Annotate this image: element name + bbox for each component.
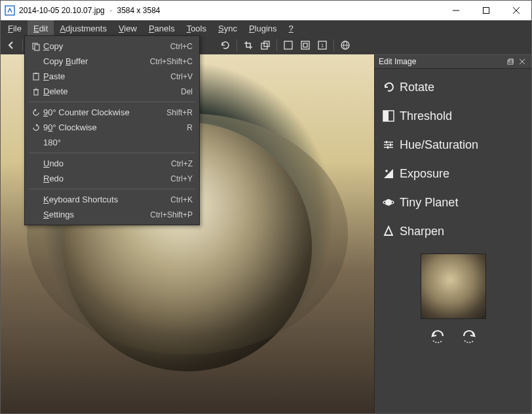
revert-icon[interactable] bbox=[218, 37, 233, 53]
menu-rotate-ccw[interactable]: 90° Counter Clockwise Shift+R bbox=[25, 105, 199, 120]
crop-icon[interactable] bbox=[240, 37, 256, 53]
app-window: 2014-10-05 20.10.07.jpg - 3584 x 3584 Fi… bbox=[0, 0, 532, 414]
menu-help[interactable]: ? bbox=[283, 20, 299, 36]
svg-rect-16 bbox=[35, 45, 39, 50]
svg-rect-9 bbox=[303, 43, 307, 47]
rotate-cw-icon bbox=[29, 123, 43, 132]
window-buttons bbox=[441, 1, 531, 20]
menu-delete[interactable]: Delete Del bbox=[25, 84, 199, 99]
menu-panels[interactable]: Panels bbox=[143, 20, 181, 36]
svg-rect-6 bbox=[264, 41, 269, 47]
title-dimensions: 3584 x 3584 bbox=[117, 6, 160, 15]
title-filename: 2014-10-05 20.10.07.jpg bbox=[19, 6, 105, 15]
titlebar: 2014-10-05 20.10.07.jpg - 3584 x 3584 bbox=[1, 1, 531, 20]
menubar: File Edit Adjustments View Panels Tools … bbox=[1, 20, 531, 36]
menu-copy-buffer[interactable]: Copy Buffer Ctrl+Shift+C bbox=[25, 54, 199, 69]
panel-header: Edit Image bbox=[375, 54, 531, 69]
sharpen-icon bbox=[383, 225, 400, 237]
svg-rect-19 bbox=[34, 90, 38, 95]
panel-undock-icon[interactable] bbox=[505, 56, 516, 67]
sliders-icon bbox=[383, 139, 400, 151]
edit-threshold-label: Threshold bbox=[400, 109, 452, 123]
window-title: 2014-10-05 20.10.07.jpg - 3584 x 3584 bbox=[19, 6, 441, 15]
toolbar-sep bbox=[22, 39, 23, 51]
edit-menu-dropdown: Copy Ctrl+C Copy Buffer Ctrl+Shift+C Pas… bbox=[24, 35, 200, 225]
edit-sharpen-label: Sharpen bbox=[400, 225, 444, 238]
edit-sharpen[interactable]: Sharpen bbox=[375, 217, 531, 246]
edit-rotate[interactable]: Rotate bbox=[375, 73, 531, 102]
menu-sync[interactable]: Sync bbox=[212, 20, 243, 36]
edit-exposure-label: Exposure bbox=[400, 167, 449, 181]
app-icon bbox=[5, 5, 15, 16]
svg-text:1: 1 bbox=[321, 43, 324, 48]
rotate-ccw-icon bbox=[29, 108, 43, 117]
rotate-right-button[interactable] bbox=[459, 328, 479, 345]
actual-icon[interactable]: 1 bbox=[314, 37, 330, 53]
svg-point-36 bbox=[385, 199, 392, 206]
edit-tinyplanet-label: Tiny Planet bbox=[400, 196, 458, 210]
svg-rect-17 bbox=[33, 73, 39, 80]
fill-icon[interactable] bbox=[297, 37, 313, 53]
menu-tools[interactable]: Tools bbox=[181, 20, 212, 36]
toolbar-sep bbox=[333, 39, 334, 51]
trash-icon bbox=[29, 87, 43, 96]
menu-copy[interactable]: Copy Ctrl+C bbox=[25, 39, 199, 54]
menu-plugins[interactable]: Plugins bbox=[243, 20, 283, 36]
menu-settings[interactable]: Settings Ctrl+Shift+P bbox=[25, 207, 199, 222]
toolbar-sep bbox=[237, 39, 237, 51]
edit-huesat[interactable]: Hue/Saturation bbox=[375, 130, 531, 159]
preview-area bbox=[375, 246, 531, 352]
menu-paste[interactable]: Paste Ctrl+V bbox=[25, 69, 199, 84]
threshold-icon bbox=[383, 110, 400, 122]
panel-title: Edit Image bbox=[379, 57, 504, 66]
toolbar-sep bbox=[276, 39, 277, 51]
resize-icon[interactable] bbox=[257, 37, 273, 53]
panel-body: Rotate Threshold Hue/Saturation Exposure… bbox=[375, 69, 531, 413]
menu-rotate-180[interactable]: 180° bbox=[25, 135, 199, 150]
svg-rect-27 bbox=[383, 111, 389, 121]
svg-rect-2 bbox=[484, 8, 489, 14]
exposure-icon bbox=[383, 168, 400, 179]
svg-rect-31 bbox=[386, 141, 387, 143]
svg-rect-7 bbox=[284, 41, 292, 49]
panel-close-icon[interactable] bbox=[517, 56, 527, 67]
maximize-button[interactable] bbox=[471, 1, 501, 20]
title-sep: - bbox=[109, 6, 112, 15]
menu-keyboard-shortcuts[interactable]: Keyboard Shortcuts Ctrl+K bbox=[25, 192, 199, 207]
edit-threshold[interactable]: Threshold bbox=[375, 102, 531, 130]
menu-view[interactable]: View bbox=[113, 20, 143, 36]
preview-thumbnail[interactable] bbox=[421, 254, 486, 319]
copy-icon bbox=[29, 42, 43, 51]
menu-sep bbox=[29, 102, 195, 102]
edit-exposure[interactable]: Exposure bbox=[375, 159, 531, 188]
menu-redo[interactable]: Redo Ctrl+Y bbox=[25, 171, 199, 186]
minimize-button[interactable] bbox=[441, 1, 471, 20]
svg-rect-32 bbox=[390, 143, 391, 146]
fit-icon[interactable] bbox=[280, 37, 296, 53]
menu-rotate-cw[interactable]: 90° Clockwise R bbox=[25, 120, 199, 135]
edit-rotate-label: Rotate bbox=[400, 81, 434, 94]
paste-icon bbox=[29, 72, 43, 81]
globe-icon[interactable] bbox=[337, 37, 353, 53]
menu-adjustments[interactable]: Adjustments bbox=[54, 20, 113, 36]
menu-edit[interactable]: Edit bbox=[28, 20, 54, 36]
menu-sep bbox=[29, 153, 195, 153]
rotate-left-button[interactable] bbox=[428, 328, 447, 345]
svg-rect-8 bbox=[301, 41, 309, 49]
edit-tinyplanet[interactable]: Tiny Planet bbox=[375, 188, 531, 217]
planet-icon bbox=[383, 197, 400, 208]
back-button[interactable] bbox=[3, 37, 19, 53]
menu-sep bbox=[29, 189, 195, 189]
menu-undo[interactable]: Undo Ctrl+Z bbox=[25, 156, 199, 171]
svg-rect-33 bbox=[387, 146, 389, 149]
svg-rect-18 bbox=[35, 73, 37, 74]
svg-rect-0 bbox=[5, 6, 14, 15]
rotate-icon bbox=[383, 81, 400, 94]
close-button[interactable] bbox=[501, 1, 531, 20]
edit-panel: Edit Image Rotate Threshold Hue/Saturati… bbox=[374, 54, 531, 413]
rotate-buttons bbox=[428, 328, 479, 345]
menu-file[interactable]: File bbox=[2, 20, 28, 36]
edit-huesat-label: Hue/Saturation bbox=[400, 138, 478, 152]
